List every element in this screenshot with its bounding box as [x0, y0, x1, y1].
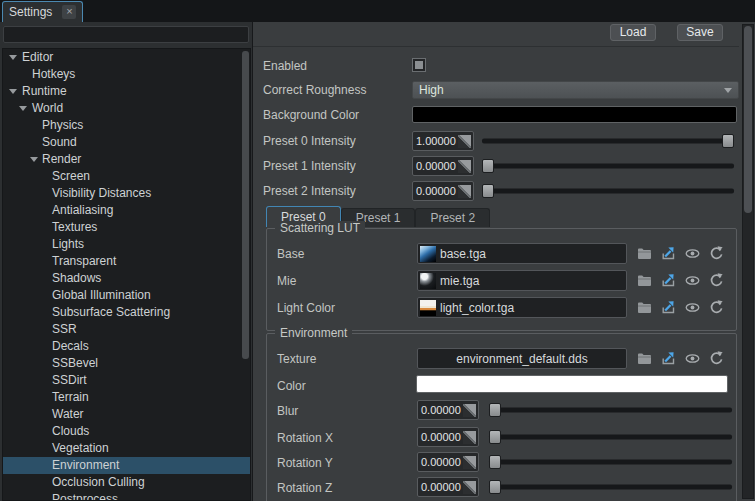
tree-item-hotkeys[interactable]: Hotkeys	[3, 66, 250, 83]
tree-item-terrain[interactable]: Terrain	[3, 389, 250, 406]
tab-preset-2[interactable]: Preset 2	[415, 208, 490, 227]
close-icon[interactable]: ×	[62, 5, 76, 19]
tree-item-ssr[interactable]: SSR	[3, 321, 250, 338]
preset1-intensity-slider[interactable]	[482, 156, 734, 176]
rotation-z-field[interactable]: 0.00000	[417, 477, 479, 497]
eye-icon[interactable]	[684, 299, 701, 316]
folder-icon[interactable]	[636, 272, 653, 289]
tree-scrollbar-thumb[interactable]	[242, 51, 249, 359]
tree-item-global-illumination[interactable]: Global Illumination	[3, 287, 250, 304]
slider-thumb[interactable]	[489, 430, 501, 444]
tree-item-postprocess[interactable]: Postprocess	[3, 491, 250, 501]
preset2-intensity-slider[interactable]	[482, 181, 734, 201]
folder-icon[interactable]	[636, 245, 653, 262]
rotation-z-slider[interactable]	[489, 477, 732, 497]
tree-item-ssdirt[interactable]: SSDirt	[3, 372, 250, 389]
slider-thumb[interactable]	[482, 184, 494, 198]
environment-color-swatch[interactable]	[416, 375, 728, 393]
rotation-y-field[interactable]: 0.00000	[417, 452, 479, 472]
tree-item-ssbevel[interactable]: SSBevel	[3, 355, 250, 372]
tree-item-visibility-distances[interactable]: Visibility Distances	[3, 185, 250, 202]
slider-track[interactable]	[489, 435, 732, 440]
tree-item-environment[interactable]: Environment	[3, 457, 250, 474]
rotation-y-slider[interactable]	[489, 452, 732, 472]
preset2-intensity-field[interactable]: 0.00000	[412, 181, 474, 201]
tree-item-antialiasing[interactable]: Antialiasing	[3, 202, 250, 219]
tree-item-subsurface-scattering[interactable]: Subsurface Scattering	[3, 304, 250, 321]
tree-item-vegetation[interactable]: Vegetation	[3, 440, 250, 457]
slider-thumb[interactable]	[489, 480, 501, 494]
blur-field[interactable]: 0.00000	[417, 400, 479, 420]
preset0-intensity-slider[interactable]	[482, 131, 734, 151]
reset-icon[interactable]	[708, 350, 725, 367]
expand-arrow-icon[interactable]	[30, 157, 38, 162]
tree-item-water[interactable]: Water	[3, 406, 250, 423]
tree-item-transparent[interactable]: Transparent	[3, 253, 250, 270]
tree-item-screen[interactable]: Screen	[3, 168, 250, 185]
tree-item-editor[interactable]: Editor	[3, 49, 250, 66]
base-texture-field[interactable]: base.tga	[417, 243, 627, 264]
save-button[interactable]: Save	[677, 24, 723, 41]
value-drag-icon[interactable]	[463, 404, 476, 417]
value-drag-icon[interactable]	[458, 160, 471, 173]
import-asset-icon[interactable]	[660, 350, 677, 367]
tree-item-runtime[interactable]: Runtime	[3, 83, 250, 100]
eye-icon[interactable]	[684, 245, 701, 262]
tree-item-clouds[interactable]: Clouds	[3, 423, 250, 440]
slider-thumb[interactable]	[482, 159, 494, 173]
correct-roughness-select[interactable]: High	[412, 81, 739, 99]
reset-icon[interactable]	[708, 299, 725, 316]
preset0-intensity-field[interactable]: 1.00000	[412, 131, 474, 151]
value-drag-icon[interactable]	[463, 431, 476, 444]
background-color-swatch[interactable]	[412, 106, 737, 123]
texture-actions	[636, 245, 725, 262]
value-drag-icon[interactable]	[458, 135, 471, 148]
enabled-checkbox[interactable]	[412, 58, 426, 72]
preset1-intensity-field[interactable]: 0.00000	[412, 156, 474, 176]
eye-icon[interactable]	[684, 272, 701, 289]
search-input[interactable]	[3, 26, 249, 43]
slider-track[interactable]	[482, 189, 734, 194]
tree-item-shadows[interactable]: Shadows	[3, 270, 250, 287]
value-drag-icon[interactable]	[463, 456, 476, 469]
import-asset-icon[interactable]	[660, 245, 677, 262]
tab-settings[interactable]: Settings ×	[2, 1, 83, 22]
import-asset-icon[interactable]	[660, 272, 677, 289]
slider-track[interactable]	[489, 460, 732, 465]
rotation-x-field[interactable]: 0.00000	[417, 427, 479, 447]
slider-thumb[interactable]	[489, 403, 501, 417]
tree-item-render[interactable]: Render	[3, 151, 250, 168]
folder-icon[interactable]	[636, 299, 653, 316]
blur-slider[interactable]	[489, 400, 732, 420]
value-drag-icon[interactable]	[458, 185, 471, 198]
tree-item-occlusion-culling[interactable]: Occlusion Culling	[3, 474, 250, 491]
slider-thumb[interactable]	[489, 455, 501, 469]
panel-scrollbar-thumb[interactable]	[744, 26, 752, 213]
import-asset-icon[interactable]	[660, 299, 677, 316]
reset-icon[interactable]	[708, 245, 725, 262]
environment-texture-field[interactable]: environment_default.dds	[417, 348, 627, 369]
load-button[interactable]: Load	[610, 24, 656, 41]
tree-item-physics[interactable]: Physics	[3, 117, 250, 134]
tree-item-world[interactable]: World	[3, 100, 250, 117]
folder-icon[interactable]	[636, 350, 653, 367]
light-color-texture-field[interactable]: light_color.tga	[417, 297, 627, 318]
eye-icon[interactable]	[684, 350, 701, 367]
slider-thumb[interactable]	[722, 134, 734, 148]
expand-arrow-icon[interactable]	[9, 55, 17, 60]
slider-track[interactable]	[482, 139, 734, 144]
tree-item-decals[interactable]: Decals	[3, 338, 250, 355]
tree-item-lights[interactable]: Lights	[3, 236, 250, 253]
rotation-x-slider[interactable]	[489, 427, 732, 447]
expand-arrow-icon[interactable]	[9, 89, 17, 94]
slider-track[interactable]	[489, 485, 732, 490]
tree-item-textures[interactable]: Textures	[3, 219, 250, 236]
expand-arrow-icon[interactable]	[19, 106, 27, 111]
mie-texture-field[interactable]: mie.tga	[417, 270, 627, 291]
slider-track[interactable]	[482, 164, 734, 169]
panel-scrollbar[interactable]	[742, 24, 754, 499]
tree-item-sound[interactable]: Sound	[3, 134, 250, 151]
reset-icon[interactable]	[708, 272, 725, 289]
slider-track[interactable]	[489, 408, 732, 413]
value-drag-icon[interactable]	[463, 481, 476, 494]
